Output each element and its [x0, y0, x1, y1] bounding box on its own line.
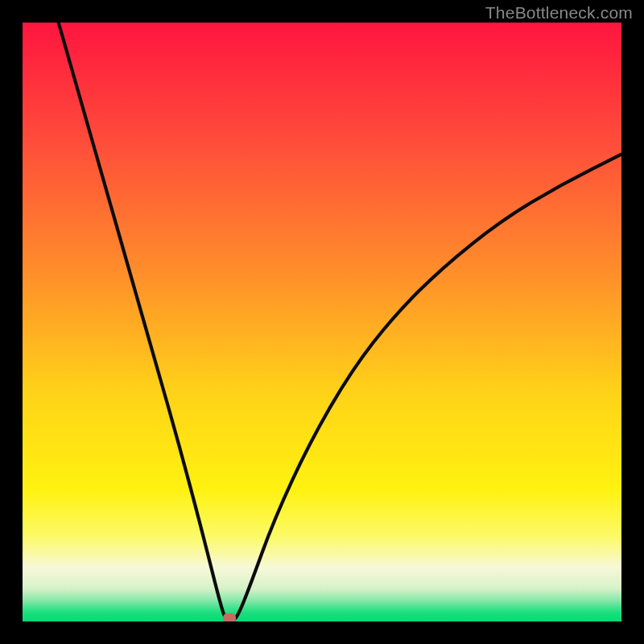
chart-container: TheBottleneck.com: [0, 0, 644, 644]
optimal-point-marker: [223, 613, 236, 621]
watermark-text: TheBottleneck.com: [485, 3, 633, 23]
bottleneck-curve: [59, 23, 621, 621]
plot-area: [23, 23, 621, 621]
curve-layer: [23, 23, 621, 621]
